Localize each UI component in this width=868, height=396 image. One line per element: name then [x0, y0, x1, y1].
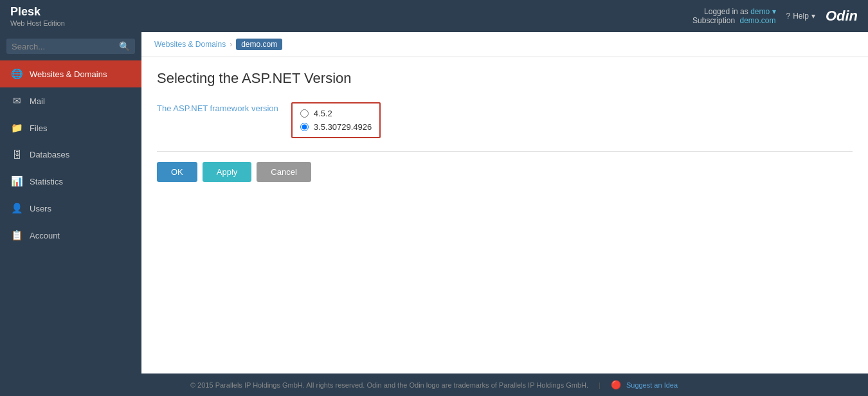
breadcrumb-separator: › — [230, 40, 232, 49]
help-icon: ? — [786, 12, 791, 21]
version-35-radio[interactable] — [300, 123, 309, 131]
sidebar-item-statistics[interactable]: 📊 Statistics — [0, 168, 141, 195]
nav-label-websites-domains: Websites & Domains — [30, 69, 107, 79]
nav-label-users: Users — [30, 204, 51, 213]
nav-label-statistics: Statistics — [30, 177, 63, 186]
nav-icon-websites-domains: 🌐 — [10, 68, 23, 80]
subscription-label: Subscription — [692, 16, 735, 25]
nav-icon-account: 📋 — [10, 230, 23, 241]
page-title: Selecting the ASP.NET Version — [157, 70, 853, 87]
nav-label-account: Account — [30, 231, 60, 240]
action-buttons: OK Apply Cancel — [157, 162, 853, 182]
search-icon: 🔍 — [119, 41, 130, 51]
sidebar-item-users[interactable]: 👤 Users — [0, 195, 141, 222]
search-input[interactable] — [12, 42, 119, 51]
sidebar-item-mail[interactable]: ✉ Mail — [0, 87, 141, 114]
suggest-link[interactable]: Suggest an Idea — [626, 381, 678, 389]
version-35-item[interactable]: 3.5.30729.4926 — [300, 122, 372, 132]
cancel-button[interactable]: Cancel — [257, 162, 311, 182]
sidebar-item-databases[interactable]: 🗄 Databases — [0, 141, 141, 168]
framework-label: The ASP.NET framework version — [157, 102, 278, 113]
username[interactable]: demo — [750, 7, 770, 16]
footer-separator: | — [599, 381, 601, 389]
nav-icon-files: 📁 — [10, 122, 23, 134]
help-dropdown-icon: ▾ — [811, 12, 815, 21]
sidebar: 🔍 🌐 Websites & Domains ✉ Mail 📁 Files 🗄 … — [0, 32, 141, 374]
version-radio-group: 4.5.2 3.5.30729.4926 — [291, 102, 381, 138]
header-right: Logged in as demo ▾ Subscription demo.co… — [692, 7, 858, 25]
nav-label-databases: Databases — [30, 150, 69, 159]
help-label: Help — [793, 12, 809, 21]
ok-button[interactable]: OK — [157, 162, 197, 182]
suggest-icon: 🔴 — [611, 380, 621, 390]
version-35-label: 3.5.30729.4926 — [314, 122, 372, 132]
main-layout: 🔍 🌐 Websites & Domains ✉ Mail 📁 Files 🗄 … — [0, 32, 868, 374]
version-452-item[interactable]: 4.5.2 — [300, 109, 372, 118]
user-dropdown-icon[interactable]: ▾ — [772, 7, 776, 16]
footer: © 2015 Parallels IP Holdings GmbH. All r… — [0, 374, 868, 396]
help-button[interactable]: ? Help ▾ — [786, 12, 815, 21]
framework-form-row: The ASP.NET framework version 4.5.2 3.5.… — [157, 102, 853, 138]
app-subtitle: Web Host Edition — [10, 19, 65, 27]
logged-in-info: Logged in as demo ▾ Subscription demo.co… — [692, 7, 775, 25]
odin-logo: Odin — [826, 8, 858, 24]
footer-copyright: © 2015 Parallels IP Holdings GmbH. All r… — [190, 381, 588, 389]
version-452-radio[interactable] — [300, 109, 309, 118]
breadcrumb-democom[interactable]: demo.com — [236, 39, 282, 50]
sidebar-item-account[interactable]: 📋 Account — [0, 222, 141, 249]
content-area: Websites & Domains › demo.com Selecting … — [141, 32, 868, 374]
nav-label-files: Files — [30, 123, 47, 133]
search-box: 🔍 — [0, 32, 141, 60]
app-branding: Plesk Web Host Edition — [10, 5, 65, 27]
nav-items: 🌐 Websites & Domains ✉ Mail 📁 Files 🗄 Da… — [0, 60, 141, 249]
nav-icon-statistics: 📊 — [10, 176, 23, 187]
nav-label-mail: Mail — [30, 96, 45, 106]
sidebar-item-websites-domains[interactable]: 🌐 Websites & Domains — [0, 60, 141, 87]
version-452-label: 4.5.2 — [314, 109, 332, 118]
breadcrumb-websites-domains[interactable]: Websites & Domains — [154, 40, 226, 49]
nav-icon-mail: ✉ — [10, 95, 23, 107]
logged-in-label: Logged in as — [704, 7, 748, 16]
subscription-value: demo.com — [739, 16, 775, 25]
nav-icon-users: 👤 — [10, 203, 23, 214]
top-header: Plesk Web Host Edition Logged in as demo… — [0, 0, 868, 32]
app-name: Plesk — [10, 5, 65, 19]
apply-button[interactable]: Apply — [203, 162, 252, 182]
sidebar-item-files[interactable]: 📁 Files — [0, 114, 141, 141]
divider — [157, 151, 853, 152]
nav-icon-databases: 🗄 — [10, 149, 23, 160]
search-input-wrap: 🔍 — [6, 39, 135, 54]
page-content: Selecting the ASP.NET Version The ASP.NE… — [141, 57, 868, 374]
breadcrumb: Websites & Domains › demo.com — [141, 32, 868, 57]
